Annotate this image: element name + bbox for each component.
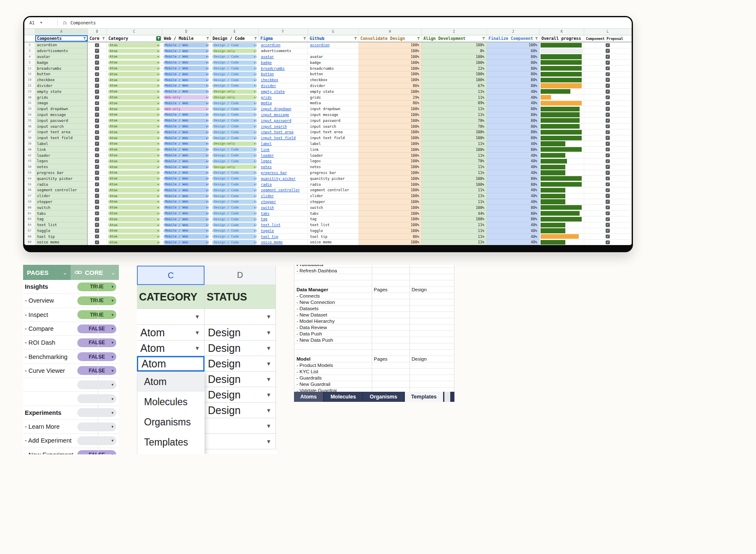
figma-cell[interactable]: accordion: [259, 42, 308, 48]
chevron-down-icon[interactable]: ▼: [266, 407, 271, 414]
align-development-cell[interactable]: 11%: [422, 141, 487, 147]
category-chip[interactable]: Atom▼: [108, 147, 160, 152]
overall-progress-cell[interactable]: [540, 135, 584, 141]
component-name-cell[interactable]: label: [35, 141, 88, 147]
overall-progress-cell[interactable]: [540, 118, 584, 124]
align-development-cell[interactable]: 11%: [422, 95, 487, 100]
core-checkbox[interactable]: ✓: [95, 148, 99, 152]
overall-progress-cell[interactable]: [540, 100, 584, 106]
select-all-corner[interactable]: [24, 29, 35, 35]
platform-chip[interactable]: Mobile / Web▼: [163, 147, 209, 152]
platform-chip[interactable]: Mobile / Web▼: [163, 171, 209, 175]
platform-chip[interactable]: Mobile / Web▼: [163, 124, 209, 129]
consolidate-design-cell[interactable]: 100%: [359, 112, 422, 118]
consolidate-design-cell[interactable]: 100%: [359, 153, 422, 158]
component-proposal-checkbox[interactable]: ✓: [606, 211, 610, 216]
core-checkbox[interactable]: ✓: [95, 240, 99, 245]
align-development-cell[interactable]: 11%: [422, 187, 487, 193]
plan-design-cell[interactable]: [410, 299, 454, 306]
plan-item-cell[interactable]: - Guardrails: [294, 375, 372, 381]
figma-link[interactable]: tag: [261, 217, 268, 221]
design-code-chip[interactable]: Design / Code▼: [212, 240, 257, 245]
figma-link[interactable]: tabs: [261, 211, 270, 216]
design-code-chip[interactable]: Design / Code▼: [212, 229, 257, 233]
platform-chip[interactable]: Mobile / Web▼: [163, 84, 209, 88]
figma-cell[interactable]: input password: [259, 118, 308, 124]
component-name-cell[interactable]: grids: [35, 95, 88, 100]
figma-link[interactable]: progress bar: [261, 171, 287, 175]
chevron-down-icon[interactable]: ▼: [266, 438, 271, 445]
component-proposal-checkbox[interactable]: ✓: [606, 55, 610, 59]
align-development-cell[interactable]: 11%: [422, 228, 487, 234]
column-letter-I[interactable]: I: [422, 29, 487, 35]
plan-pages-cell[interactable]: [372, 265, 410, 268]
finalize-component-cell[interactable]: 60%: [487, 48, 540, 54]
overall-progress-cell[interactable]: [540, 222, 584, 228]
row-number[interactable]: 2: [24, 42, 35, 48]
design-code-chip[interactable]: Design / Code▼: [212, 124, 257, 129]
dropdown-option-molecules[interactable]: Molecules: [137, 392, 205, 412]
status-cell[interactable]: Design▼: [205, 340, 276, 356]
github-cell[interactable]: grids: [308, 95, 359, 100]
component-proposal-checkbox[interactable]: ✓: [606, 159, 610, 164]
figma-cell[interactable]: grids: [259, 95, 308, 100]
consolidate-design-cell[interactable]: 100%: [359, 42, 422, 48]
plan-design-cell[interactable]: [410, 306, 454, 312]
design-code-chip[interactable]: Design / Code▼: [212, 107, 257, 111]
column-letter-J[interactable]: J: [487, 29, 540, 35]
finalize-component-cell[interactable]: 80%: [487, 205, 540, 211]
component-name-cell[interactable]: input message: [35, 112, 88, 118]
component-name-cell[interactable]: stepper: [35, 199, 88, 205]
overall-progress-cell[interactable]: [540, 176, 584, 182]
component-proposal-checkbox[interactable]: ✓: [606, 177, 610, 181]
github-cell[interactable]: segment controller: [308, 187, 359, 193]
plan-pages-cell[interactable]: [372, 369, 410, 375]
row-number[interactable]: 64: [24, 222, 35, 228]
core-checkbox[interactable]: ✓: [95, 182, 99, 187]
design-code-chip[interactable]: Design / Code▼: [212, 234, 257, 239]
finalize-component-cell[interactable]: 40%: [487, 234, 540, 240]
row-number[interactable]: 57: [24, 193, 35, 199]
github-cell[interactable]: link: [308, 147, 359, 153]
category-chip[interactable]: Atom▼: [108, 229, 160, 233]
consolidate-design-cell[interactable]: 100%: [359, 118, 422, 124]
overall-progress-cell[interactable]: [540, 141, 584, 147]
category-chip[interactable]: Atom▼: [108, 84, 160, 88]
figma-link[interactable]: toggle: [261, 229, 274, 233]
align-development-cell[interactable]: 0%: [422, 48, 487, 54]
category-header-cell[interactable]: CATEGORY: [137, 285, 205, 309]
row-number[interactable]: 43: [24, 158, 35, 164]
component-name-cell[interactable]: text list: [35, 222, 88, 228]
core-checkbox[interactable]: ✓: [95, 61, 99, 65]
component-proposal-checkbox[interactable]: ✓: [606, 148, 610, 152]
plan-item-cell[interactable]: Data Manager: [294, 287, 372, 293]
row-number[interactable]: 56: [24, 187, 35, 193]
plan-design-cell[interactable]: Design: [410, 287, 454, 293]
category-chip[interactable]: Atom▼: [108, 171, 160, 175]
platform-chip[interactable]: Mobile / Web▼: [163, 90, 209, 94]
dropdown-option-atom[interactable]: Atom: [137, 372, 205, 392]
design-code-chip[interactable]: Design / Code▼: [212, 136, 257, 140]
figma-cell[interactable]: slider: [259, 193, 308, 199]
figma-link[interactable]: text list: [261, 223, 281, 227]
category-chip[interactable]: Atom▼: [108, 124, 160, 129]
component-proposal-checkbox[interactable]: ✓: [606, 66, 610, 71]
chevron-down-icon[interactable]: ▼: [266, 330, 271, 336]
chevron-down-icon[interactable]: ▼: [194, 330, 200, 336]
core-checkbox[interactable]: ✓: [95, 95, 99, 100]
finalize-component-cell[interactable]: 80%: [487, 77, 540, 83]
design-code-chip[interactable]: Design / Code▼: [212, 217, 257, 222]
consolidate-design-cell[interactable]: 100%: [359, 240, 422, 245]
category-chip[interactable]: Atom▼: [108, 234, 160, 239]
design-code-chip[interactable]: Design / Code▼: [212, 182, 257, 187]
component-proposal-checkbox[interactable]: ✓: [606, 49, 610, 53]
platform-chip[interactable]: Mobile / Web▼: [163, 188, 209, 193]
component-proposal-checkbox[interactable]: ✓: [606, 101, 610, 106]
finalize-component-cell[interactable]: 80%: [487, 147, 540, 153]
category-chip[interactable]: Atom▼: [108, 95, 160, 100]
row-number[interactable]: 22: [24, 83, 35, 89]
row-number[interactable]: 59: [24, 199, 35, 205]
github-cell[interactable]: tabs: [308, 211, 359, 216]
figma-cell[interactable]: breadcrumbs: [259, 66, 308, 71]
finalize-component-cell[interactable]: 80%: [487, 60, 540, 66]
